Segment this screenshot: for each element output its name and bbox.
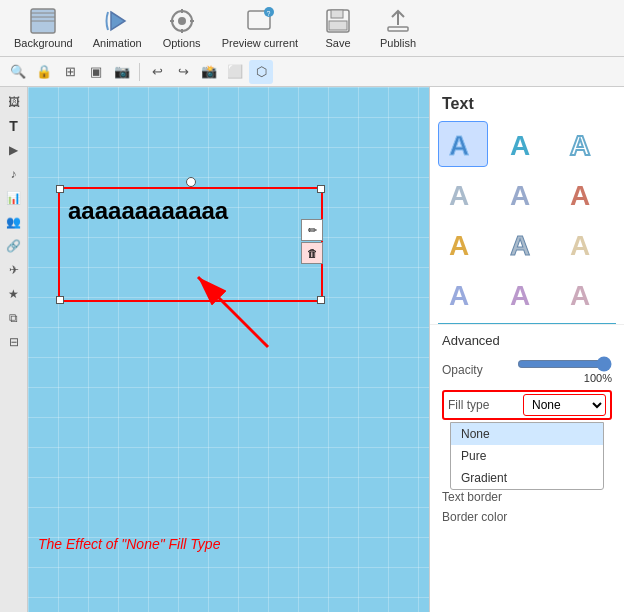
- copy-icon[interactable]: ⧉: [3, 307, 25, 329]
- handle-rotate[interactable]: [186, 177, 196, 187]
- svg-text:A: A: [510, 180, 530, 211]
- handle-bottom-left[interactable]: [56, 296, 64, 304]
- dropdown-gradient[interactable]: Gradient: [451, 467, 603, 489]
- border-color-label: Border color: [442, 510, 517, 524]
- dropdown-none[interactable]: None: [451, 423, 603, 445]
- play-icon[interactable]: ▶: [3, 139, 25, 161]
- text-style-9[interactable]: A: [559, 221, 609, 267]
- star-icon[interactable]: ★: [3, 283, 25, 305]
- opacity-value: 100%: [517, 372, 612, 384]
- handle-bottom-right[interactable]: [317, 296, 325, 304]
- background-button[interactable]: Background: [4, 3, 83, 53]
- save-button[interactable]: Save: [308, 3, 368, 53]
- text-border-row: Text border: [442, 490, 612, 504]
- text-style-6[interactable]: A: [559, 171, 609, 217]
- text-style-grid: AA A A A A A A A: [430, 117, 624, 321]
- svg-text:A: A: [449, 280, 469, 311]
- svg-rect-16: [329, 21, 347, 30]
- opacity-row: Opacity 100%: [442, 356, 612, 384]
- advanced-section: Advanced Opacity 100% Fill type None Pur…: [430, 324, 624, 538]
- caption-text: The Effect of "None" Fill Type: [38, 536, 220, 552]
- left-sidebar: 🖼 T ▶ ♪ 📊 👥 🔗 ✈ ★ ⧉ ⊟: [0, 87, 28, 612]
- svg-marker-4: [111, 12, 125, 30]
- preview-button[interactable]: ? Preview current: [212, 3, 308, 53]
- svg-text:A: A: [510, 230, 530, 261]
- lock-button[interactable]: 🔒: [32, 60, 56, 84]
- main-toolbar: Background Animation Options ? Preview c…: [0, 0, 624, 57]
- camera-button[interactable]: 📸: [197, 60, 221, 84]
- text-style-12[interactable]: A: [559, 271, 609, 317]
- right-panel: Text AA A A A A A: [429, 87, 624, 612]
- options-button[interactable]: Options: [152, 3, 212, 53]
- opacity-slider-container: 100%: [517, 356, 612, 384]
- handle-top-left[interactable]: [56, 185, 64, 193]
- link-icon[interactable]: 🔗: [3, 235, 25, 257]
- chart-icon[interactable]: 📊: [3, 187, 25, 209]
- svg-text:A: A: [570, 280, 590, 311]
- fill-type-label: Fill type: [448, 398, 523, 412]
- svg-text:A: A: [510, 280, 530, 311]
- dropdown-pure[interactable]: Pure: [451, 445, 603, 467]
- delete-action-button[interactable]: 🗑: [301, 242, 323, 264]
- fill-type-select[interactable]: None Pure Gradient: [523, 394, 606, 416]
- crop-button[interactable]: ⬜: [223, 60, 247, 84]
- handle-top-right[interactable]: [317, 185, 325, 193]
- text-style-7[interactable]: A: [438, 221, 488, 267]
- animation-button[interactable]: Animation: [83, 3, 152, 53]
- text-style-5[interactable]: A: [499, 171, 549, 217]
- svg-text:A: A: [570, 230, 590, 261]
- text-style-2[interactable]: A: [499, 121, 549, 167]
- fill-type-dropdown: None Pure Gradient: [450, 422, 604, 490]
- text-style-8[interactable]: A: [499, 221, 549, 267]
- svg-rect-17: [388, 27, 408, 31]
- svg-text:A: A: [570, 130, 590, 161]
- advanced-title: Advanced: [442, 333, 612, 348]
- svg-rect-15: [331, 10, 343, 18]
- image-icon[interactable]: 🖼: [3, 91, 25, 113]
- svg-text:A: A: [570, 180, 590, 211]
- text-style-3[interactable]: A: [559, 121, 609, 167]
- text-style-1[interactable]: AA: [438, 121, 488, 167]
- people-icon[interactable]: 👥: [3, 211, 25, 233]
- border-color-row: Border color: [442, 510, 612, 524]
- opacity-slider[interactable]: [517, 356, 612, 372]
- edit-action-button[interactable]: ✏: [301, 219, 323, 241]
- svg-text:A: A: [449, 180, 469, 211]
- text-border-label: Text border: [442, 490, 517, 504]
- separator: [139, 63, 140, 81]
- text-icon[interactable]: T: [3, 115, 25, 137]
- text-style-10[interactable]: A: [438, 271, 488, 317]
- svg-point-6: [178, 17, 186, 25]
- main-area: 🖼 T ▶ ♪ 📊 👥 🔗 ✈ ★ ⧉ ⊟ aaaaaaaaaaaa ✏ 🗑: [0, 87, 624, 612]
- music-icon[interactable]: ♪: [3, 163, 25, 185]
- panel-title: Text: [430, 87, 624, 117]
- layers-icon[interactable]: ⊟: [3, 331, 25, 353]
- svg-text:A: A: [510, 130, 530, 161]
- publish-button[interactable]: Publish: [368, 3, 428, 53]
- opacity-label: Opacity: [442, 363, 517, 377]
- text-box-actions: ✏ 🗑: [301, 219, 323, 264]
- undo-button[interactable]: ↩: [145, 60, 169, 84]
- screenshot-button[interactable]: 📷: [110, 60, 134, 84]
- svg-text:?: ?: [266, 10, 270, 17]
- zoom-out-button[interactable]: 🔍: [6, 60, 30, 84]
- fill-type-row: Fill type None Pure Gradient: [442, 390, 612, 420]
- redo-button[interactable]: ↪: [171, 60, 195, 84]
- plane-icon[interactable]: ✈: [3, 259, 25, 281]
- text-style-11[interactable]: A: [499, 271, 549, 317]
- canvas-grid: [28, 87, 429, 612]
- svg-text:A: A: [449, 130, 469, 161]
- text-content: aaaaaaaaaaaa: [60, 189, 321, 234]
- grid-button[interactable]: ⊞: [58, 60, 82, 84]
- svg-text:A: A: [449, 230, 469, 261]
- arrange-button[interactable]: ▣: [84, 60, 108, 84]
- secondary-toolbar: 🔍 🔒 ⊞ ▣ 📷 ↩ ↪ 📸 ⬜ ⬡: [0, 57, 624, 87]
- filter-button[interactable]: ⬡: [249, 60, 273, 84]
- canvas[interactable]: aaaaaaaaaaaa ✏ 🗑 The Effect of "None" Fi…: [28, 87, 429, 612]
- text-style-4[interactable]: A: [438, 171, 488, 217]
- text-box[interactable]: aaaaaaaaaaaa ✏ 🗑: [58, 187, 323, 302]
